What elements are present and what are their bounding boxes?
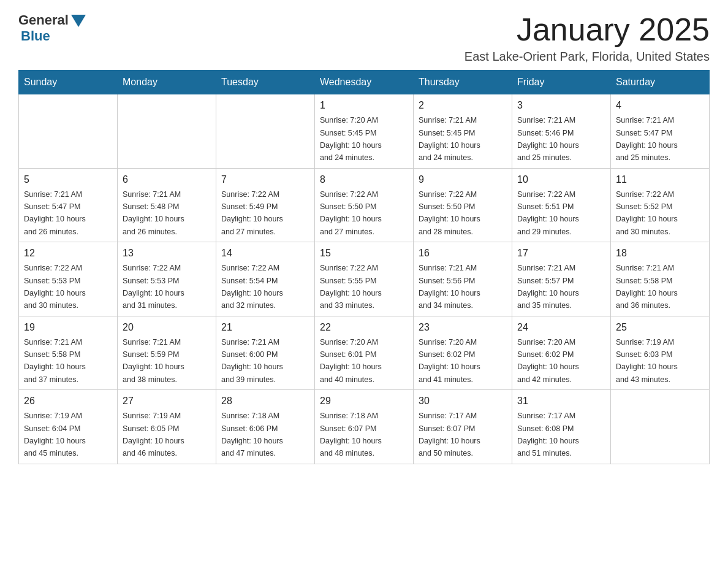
header-day-friday: Friday bbox=[512, 71, 611, 94]
day-info: Sunrise: 7:22 AM Sunset: 5:50 PM Dayligh… bbox=[419, 190, 480, 236]
week-row-2: 5Sunrise: 7:21 AM Sunset: 5:47 PM Daylig… bbox=[19, 168, 710, 242]
day-cell-3: 3Sunrise: 7:21 AM Sunset: 5:46 PM Daylig… bbox=[512, 94, 611, 169]
day-cell-6: 6Sunrise: 7:21 AM Sunset: 5:48 PM Daylig… bbox=[118, 168, 216, 242]
day-cell-9: 9Sunrise: 7:22 AM Sunset: 5:50 PM Daylig… bbox=[414, 168, 512, 242]
empty-cell bbox=[19, 94, 118, 169]
week-row-4: 19Sunrise: 7:21 AM Sunset: 5:58 PM Dayli… bbox=[19, 316, 710, 390]
day-info: Sunrise: 7:19 AM Sunset: 6:05 PM Dayligh… bbox=[123, 412, 184, 458]
header-day-wednesday: Wednesday bbox=[315, 71, 414, 94]
week-row-5: 26Sunrise: 7:19 AM Sunset: 6:04 PM Dayli… bbox=[19, 390, 710, 464]
day-number: 25 bbox=[616, 320, 704, 335]
day-info: Sunrise: 7:18 AM Sunset: 6:06 PM Dayligh… bbox=[221, 412, 283, 458]
day-cell-29: 29Sunrise: 7:18 AM Sunset: 6:07 PM Dayli… bbox=[315, 390, 414, 464]
day-info: Sunrise: 7:21 AM Sunset: 5:45 PM Dayligh… bbox=[419, 116, 480, 162]
day-info: Sunrise: 7:19 AM Sunset: 6:03 PM Dayligh… bbox=[616, 338, 678, 384]
day-cell-16: 16Sunrise: 7:21 AM Sunset: 5:56 PM Dayli… bbox=[414, 242, 512, 316]
day-number: 30 bbox=[419, 394, 507, 408]
day-info: Sunrise: 7:22 AM Sunset: 5:53 PM Dayligh… bbox=[24, 264, 86, 310]
day-info: Sunrise: 7:22 AM Sunset: 5:52 PM Dayligh… bbox=[616, 190, 678, 236]
day-number: 5 bbox=[24, 172, 112, 187]
day-number: 12 bbox=[24, 246, 112, 261]
day-number: 13 bbox=[123, 246, 211, 261]
empty-cell bbox=[611, 390, 710, 464]
day-cell-30: 30Sunrise: 7:17 AM Sunset: 6:07 PM Dayli… bbox=[414, 390, 512, 464]
logo: General Blue bbox=[18, 12, 86, 44]
header-row: SundayMondayTuesdayWednesdayThursdayFrid… bbox=[19, 71, 710, 94]
day-info: Sunrise: 7:21 AM Sunset: 5:47 PM Dayligh… bbox=[616, 116, 678, 162]
day-cell-5: 5Sunrise: 7:21 AM Sunset: 5:47 PM Daylig… bbox=[19, 168, 118, 242]
calendar-table: SundayMondayTuesdayWednesdayThursdayFrid… bbox=[18, 70, 710, 464]
day-cell-18: 18Sunrise: 7:21 AM Sunset: 5:58 PM Dayli… bbox=[611, 242, 710, 316]
day-number: 31 bbox=[517, 394, 605, 408]
day-info: Sunrise: 7:20 AM Sunset: 5:45 PM Dayligh… bbox=[320, 116, 382, 162]
day-number: 28 bbox=[221, 394, 309, 408]
day-number: 24 bbox=[517, 320, 605, 335]
day-number: 3 bbox=[517, 98, 605, 113]
empty-cell bbox=[216, 94, 315, 169]
day-cell-28: 28Sunrise: 7:18 AM Sunset: 6:06 PM Dayli… bbox=[216, 390, 315, 464]
day-number: 19 bbox=[24, 320, 112, 335]
day-cell-17: 17Sunrise: 7:21 AM Sunset: 5:57 PM Dayli… bbox=[512, 242, 611, 316]
day-number: 10 bbox=[517, 172, 605, 187]
header-day-monday: Monday bbox=[118, 71, 216, 94]
day-number: 17 bbox=[517, 246, 605, 261]
title-area: January 2025 East Lake-Orient Park, Flor… bbox=[464, 12, 710, 64]
day-cell-24: 24Sunrise: 7:20 AM Sunset: 6:02 PM Dayli… bbox=[512, 316, 611, 390]
day-number: 6 bbox=[123, 172, 211, 187]
day-number: 18 bbox=[616, 246, 704, 261]
day-number: 8 bbox=[320, 172, 408, 187]
day-info: Sunrise: 7:22 AM Sunset: 5:54 PM Dayligh… bbox=[221, 264, 283, 310]
location-subtitle: East Lake-Orient Park, Florida, United S… bbox=[464, 50, 710, 64]
day-number: 15 bbox=[320, 246, 408, 261]
day-number: 1 bbox=[320, 98, 408, 113]
day-info: Sunrise: 7:21 AM Sunset: 5:58 PM Dayligh… bbox=[616, 264, 678, 310]
logo-triangle-icon bbox=[71, 15, 86, 27]
day-cell-13: 13Sunrise: 7:22 AM Sunset: 5:53 PM Dayli… bbox=[118, 242, 216, 316]
logo-blue-text: Blue bbox=[21, 28, 50, 44]
day-info: Sunrise: 7:20 AM Sunset: 6:02 PM Dayligh… bbox=[517, 338, 579, 384]
day-number: 9 bbox=[419, 172, 507, 187]
day-cell-15: 15Sunrise: 7:22 AM Sunset: 5:55 PM Dayli… bbox=[315, 242, 414, 316]
day-info: Sunrise: 7:17 AM Sunset: 6:07 PM Dayligh… bbox=[419, 412, 480, 458]
day-info: Sunrise: 7:21 AM Sunset: 5:58 PM Dayligh… bbox=[24, 338, 86, 384]
calendar-body: 1Sunrise: 7:20 AM Sunset: 5:45 PM Daylig… bbox=[19, 94, 710, 464]
day-cell-10: 10Sunrise: 7:22 AM Sunset: 5:51 PM Dayli… bbox=[512, 168, 611, 242]
day-cell-12: 12Sunrise: 7:22 AM Sunset: 5:53 PM Dayli… bbox=[19, 242, 118, 316]
day-info: Sunrise: 7:22 AM Sunset: 5:53 PM Dayligh… bbox=[123, 264, 184, 310]
day-cell-26: 26Sunrise: 7:19 AM Sunset: 6:04 PM Dayli… bbox=[19, 390, 118, 464]
day-info: Sunrise: 7:21 AM Sunset: 5:56 PM Dayligh… bbox=[419, 264, 480, 310]
day-info: Sunrise: 7:20 AM Sunset: 6:01 PM Dayligh… bbox=[320, 338, 382, 384]
day-info: Sunrise: 7:22 AM Sunset: 5:50 PM Dayligh… bbox=[320, 190, 382, 236]
empty-cell bbox=[118, 94, 216, 169]
day-number: 27 bbox=[123, 394, 211, 408]
day-info: Sunrise: 7:22 AM Sunset: 5:49 PM Dayligh… bbox=[221, 190, 283, 236]
day-number: 14 bbox=[221, 246, 309, 261]
day-cell-1: 1Sunrise: 7:20 AM Sunset: 5:45 PM Daylig… bbox=[315, 94, 414, 169]
header-day-thursday: Thursday bbox=[414, 71, 512, 94]
page-header: General Blue January 2025 East Lake-Orie… bbox=[18, 12, 710, 64]
month-title: January 2025 bbox=[464, 12, 710, 47]
day-number: 21 bbox=[221, 320, 309, 335]
day-cell-20: 20Sunrise: 7:21 AM Sunset: 5:59 PM Dayli… bbox=[118, 316, 216, 390]
header-day-tuesday: Tuesday bbox=[216, 71, 315, 94]
day-info: Sunrise: 7:21 AM Sunset: 5:57 PM Dayligh… bbox=[517, 264, 579, 310]
day-number: 20 bbox=[123, 320, 211, 335]
day-cell-31: 31Sunrise: 7:17 AM Sunset: 6:08 PM Dayli… bbox=[512, 390, 611, 464]
day-info: Sunrise: 7:17 AM Sunset: 6:08 PM Dayligh… bbox=[517, 412, 579, 458]
day-info: Sunrise: 7:22 AM Sunset: 5:51 PM Dayligh… bbox=[517, 190, 579, 236]
day-cell-11: 11Sunrise: 7:22 AM Sunset: 5:52 PM Dayli… bbox=[611, 168, 710, 242]
day-cell-2: 2Sunrise: 7:21 AM Sunset: 5:45 PM Daylig… bbox=[414, 94, 512, 169]
day-number: 2 bbox=[419, 98, 507, 113]
day-info: Sunrise: 7:18 AM Sunset: 6:07 PM Dayligh… bbox=[320, 412, 382, 458]
day-cell-21: 21Sunrise: 7:21 AM Sunset: 6:00 PM Dayli… bbox=[216, 316, 315, 390]
calendar-header: SundayMondayTuesdayWednesdayThursdayFrid… bbox=[19, 71, 710, 94]
day-number: 11 bbox=[616, 172, 704, 187]
day-number: 23 bbox=[419, 320, 507, 335]
day-info: Sunrise: 7:21 AM Sunset: 5:46 PM Dayligh… bbox=[517, 116, 579, 162]
day-number: 16 bbox=[419, 246, 507, 261]
day-cell-23: 23Sunrise: 7:20 AM Sunset: 6:02 PM Dayli… bbox=[414, 316, 512, 390]
day-info: Sunrise: 7:20 AM Sunset: 6:02 PM Dayligh… bbox=[419, 338, 480, 384]
week-row-1: 1Sunrise: 7:20 AM Sunset: 5:45 PM Daylig… bbox=[19, 94, 710, 169]
day-info: Sunrise: 7:19 AM Sunset: 6:04 PM Dayligh… bbox=[24, 412, 86, 458]
header-day-saturday: Saturday bbox=[611, 71, 710, 94]
